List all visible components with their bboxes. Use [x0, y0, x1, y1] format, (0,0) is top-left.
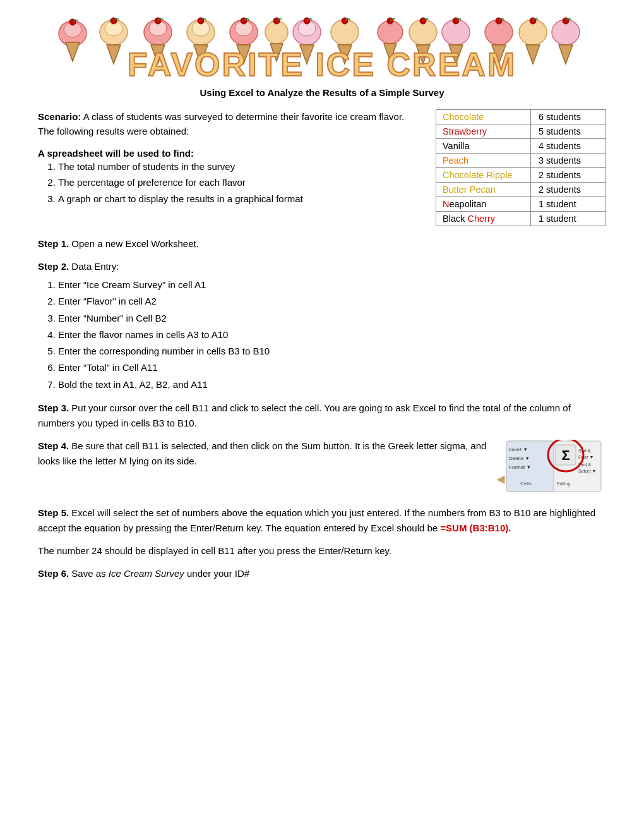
table-row: Butter Pecan 2 students [436, 183, 606, 197]
step4-image-col: Insert ▼ Delete ▼ Format ▼ Cells Σ Sort … [505, 440, 606, 498]
count-cell: 2 students [531, 183, 606, 197]
svg-marker-3 [66, 42, 80, 61]
svg-text:Filter ▼: Filter ▼ [578, 455, 593, 459]
svg-marker-9 [107, 45, 121, 64]
step5-section: Step 5. Excel will select the set of num… [38, 505, 606, 536]
step2-list: Enter “Ice Cream Survey” in cell A1 Ente… [58, 277, 606, 393]
step5-formula: =SUM (B3:B10). [440, 523, 511, 533]
step4-text-col: Step 4. Be sure that cell B11 is selecte… [38, 438, 495, 469]
step2-label: Step 2. [38, 261, 69, 272]
step6-text: Save as [69, 568, 109, 579]
step5-label: Step 5. [38, 507, 69, 518]
step2-section: Step 2. Data Entry: Enter “Ice Cream Sur… [38, 259, 606, 393]
flavor-cell: Vanilla [436, 139, 531, 154]
list-item: Bold the text in A1, A2, B2, and A11 [58, 377, 606, 393]
right-column: Chocolate 6 students Strawberry 5 studen… [436, 109, 606, 226]
step1-section: Step 1. Open a new Excel Worksheet. [38, 236, 606, 251]
list-item: A graph or chart to display the results … [58, 191, 417, 207]
flavor-cell: Neapolitan [436, 197, 531, 212]
scenario-paragraph: Scenario: A class of students was survey… [38, 109, 417, 139]
svg-marker-49 [559, 45, 573, 64]
count-cell: 1 student [531, 212, 606, 226]
left-column: Scenario: A class of students was survey… [38, 109, 417, 226]
table-row: Black Cherry 1 student [436, 212, 606, 226]
step4-container: Step 4. Be sure that cell B11 is selecte… [38, 438, 606, 498]
count-cell: 4 students [531, 139, 606, 154]
list-item: Enter the flavor names in cells A3 to A1… [58, 327, 606, 343]
header-area: FAVORITE ICE CREAM [38, 13, 606, 87]
list-item: The total number of students in the surv… [58, 159, 417, 175]
table-row: Neapolitan 1 student [436, 197, 606, 212]
list-item: Enter “Ice Cream Survey” in cell A1 [58, 277, 606, 293]
count-cell: 6 students [531, 110, 606, 124]
step5b-text: The number 24 should be displayed in cel… [38, 545, 391, 556]
step5b-section: The number 24 should be displayed in cel… [38, 543, 606, 559]
find-label: A spreadsheet will be used to find: [38, 148, 417, 159]
main-content: Scenario: A class of students was survey… [38, 109, 606, 226]
flavor-cell: Chocolate [436, 110, 531, 124]
table-row: Peach 3 students [436, 154, 606, 168]
svg-text:Format ▼: Format ▼ [509, 464, 531, 470]
count-cell: 2 students [531, 168, 606, 183]
step3-section: Step 3. Put your cursor over the cell B1… [38, 401, 606, 431]
svg-text:Editing: Editing [557, 481, 571, 486]
flavor-cell: Strawberry [436, 124, 531, 139]
step4-label: Step 4. [38, 440, 69, 451]
svg-text:Insert ▼: Insert ▼ [509, 447, 528, 452]
list-item: Enter “Number” in Cell B2 [58, 310, 606, 327]
step6-text2: under your ID# [184, 568, 249, 579]
header-svg: FAVORITE ICE CREAM [44, 16, 600, 85]
svg-text:Select ▼: Select ▼ [578, 469, 596, 473]
step4-text: Be sure that cell B11 is selected, and t… [38, 440, 486, 466]
list-item: Enter the corresponding number in cells … [58, 343, 606, 360]
svg-text:FAVORITE  ICE  CREAM: FAVORITE ICE CREAM [128, 46, 516, 83]
page-subtitle: Using Excel to Analyze the Results of a … [38, 87, 606, 98]
table-row: Chocolate 6 students [436, 110, 606, 124]
flavor-cell: Peach [436, 154, 531, 168]
step4-section: Step 4. Be sure that cell B11 is selecte… [38, 438, 606, 498]
page: FAVORITE ICE CREAM Using Excel to Analyz… [0, 0, 644, 834]
step6-label: Step 6. [38, 568, 69, 579]
svg-text:Σ: Σ [561, 447, 569, 463]
step1-label: Step 1. [38, 238, 69, 249]
step3-text: Put your cursor over the cell B11 and cl… [38, 402, 571, 428]
table-row: Strawberry 5 students [436, 124, 606, 139]
list-item: Enter “Flavor” in cell A2 [58, 293, 606, 310]
svg-text:Cells: Cells [520, 481, 532, 486]
step6-section: Step 6. Save as Ice Cream Survey under y… [38, 566, 606, 581]
table-row: Chocolate Ripple 2 students [436, 168, 606, 183]
find-section: A spreadsheet will be used to find: The … [38, 148, 417, 207]
arrow-icon: ► [494, 469, 508, 492]
count-cell: 5 students [531, 124, 606, 139]
svg-text:Sort &: Sort & [578, 449, 591, 453]
find-list: The total number of students in the surv… [58, 159, 417, 207]
step5-text: Excel will select the set of numbers abo… [38, 507, 595, 533]
count-cell: 3 students [531, 154, 606, 168]
table-row: Vanilla 4 students [436, 139, 606, 154]
svg-text:Delete ▼: Delete ▼ [509, 456, 530, 461]
excel-ribbon-svg: Insert ▼ Delete ▼ Format ▼ Cells Σ Sort … [505, 440, 603, 493]
list-item: Enter “Total” in Cell A11 [58, 360, 606, 376]
step2-text: Data Entry: [69, 261, 119, 272]
step6-italic: Ice Cream Survey [109, 568, 184, 579]
scenario-label: Scenario: [38, 111, 81, 122]
step3-label: Step 3. [38, 402, 69, 413]
scenario-text: A class of students was surveyed to dete… [38, 111, 404, 136]
flavor-cell: Chocolate Ripple [436, 168, 531, 183]
step1-text: Open a new Excel Worksheet. [69, 238, 199, 249]
count-cell: 1 student [531, 197, 606, 212]
excel-ribbon-wrapper: Insert ▼ Delete ▼ Format ▼ Cells Σ Sort … [505, 440, 603, 498]
flavor-cell: Black Cherry [436, 212, 531, 226]
svg-marker-46 [526, 45, 540, 64]
flavor-cell: Butter Pecan [436, 183, 531, 197]
survey-table: Chocolate 6 students Strawberry 5 studen… [436, 109, 606, 226]
list-item: The percentage of preference for each fl… [58, 174, 417, 191]
